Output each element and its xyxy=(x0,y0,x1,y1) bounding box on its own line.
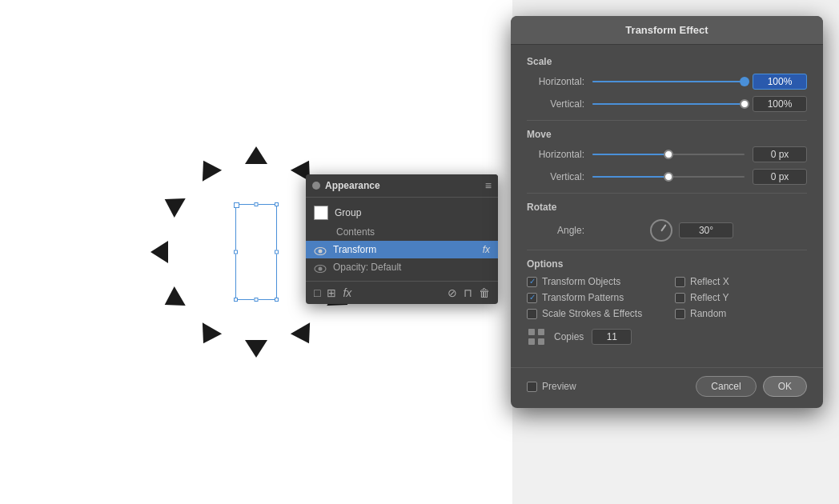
group-row: Group xyxy=(306,202,498,223)
panel-close-button[interactable] xyxy=(312,182,320,190)
handle-ml[interactable] xyxy=(234,250,238,254)
transform-patterns-row: Transform Patterns xyxy=(527,292,659,303)
transform-objects-checkbox[interactable] xyxy=(527,277,537,287)
svg-rect-18 xyxy=(528,338,535,345)
contents-row: Contents xyxy=(306,223,498,241)
panel-title: Appearance xyxy=(325,180,380,191)
svg-marker-3 xyxy=(245,340,267,358)
scale-strokes-checkbox[interactable] xyxy=(527,309,537,319)
preview-label: Preview xyxy=(542,381,576,392)
move-horizontal-row: Horizontal: xyxy=(527,146,807,162)
fx-button[interactable]: fx xyxy=(343,286,351,299)
transform-patterns-checkbox[interactable] xyxy=(527,293,537,303)
move-horizontal-input[interactable] xyxy=(753,146,807,162)
transform-objects-row: Transform Objects xyxy=(527,276,659,287)
panel-header: Appearance ≡ xyxy=(306,174,498,198)
random-row: Random xyxy=(675,308,807,319)
copies-grid-icon xyxy=(527,327,546,346)
random-label: Random xyxy=(690,308,726,319)
svg-marker-8 xyxy=(194,155,222,182)
trash-icon[interactable]: 🗑 xyxy=(479,286,490,299)
reflect-x-row: Reflect X xyxy=(675,276,807,287)
move-horizontal-slider[interactable] xyxy=(592,149,745,160)
group-label: Group xyxy=(335,207,361,218)
svg-marker-9 xyxy=(245,146,267,164)
transform-objects-label: Transform Objects xyxy=(542,276,620,287)
move-vertical-row: Vertical: xyxy=(527,169,807,185)
eye-icon[interactable] xyxy=(314,246,327,254)
preview-check: Preview xyxy=(527,381,689,392)
svg-rect-17 xyxy=(538,329,544,335)
panel-menu-icon[interactable]: ≡ xyxy=(485,179,492,192)
reflect-x-checkbox[interactable] xyxy=(675,277,685,287)
move-vertical-label: Vertical: xyxy=(527,171,584,182)
group-thumbnail xyxy=(314,206,328,220)
handle-mr[interactable] xyxy=(275,250,279,254)
transform-label: Transform xyxy=(333,244,376,255)
scale-section-label: Scale xyxy=(527,56,807,67)
add-style-icon[interactable]: □ xyxy=(314,286,320,299)
reflect-x-label: Reflect X xyxy=(690,276,729,287)
handle-br[interactable] xyxy=(275,298,279,302)
svg-marker-2 xyxy=(291,322,319,349)
scale-horizontal-label: Horizontal: xyxy=(527,76,584,87)
delete-icon[interactable]: ⊘ xyxy=(448,286,457,299)
svg-marker-4 xyxy=(194,322,222,349)
handle-tm[interactable] xyxy=(255,202,259,206)
opacity-eye-icon[interactable] xyxy=(314,263,327,271)
copies-label: Copies xyxy=(554,331,584,342)
options-grid: Transform Objects Reflect X Transform Pa… xyxy=(527,276,807,319)
move-section-label: Move xyxy=(527,129,807,140)
copies-row: Copies xyxy=(527,327,807,346)
opacity-row: Opacity: Default xyxy=(306,258,498,276)
cancel-button[interactable]: Cancel xyxy=(696,376,756,397)
reflect-y-label: Reflect Y xyxy=(690,292,729,303)
scale-horizontal-input[interactable] xyxy=(753,74,807,90)
reflect-y-row: Reflect Y xyxy=(675,292,807,303)
duplicate-icon[interactable]: ⊞ xyxy=(327,286,336,299)
dialog-body: Scale Horizontal: Vertical: xyxy=(511,45,823,367)
contents-label: Contents xyxy=(314,226,375,238)
options-section-label: Options xyxy=(527,258,807,270)
dialog-footer: Preview Cancel OK xyxy=(511,367,823,408)
move-vertical-slider[interactable] xyxy=(592,171,745,182)
scale-vertical-row: Vertical: xyxy=(527,96,807,112)
rotate-row: Angle: xyxy=(527,219,807,242)
opacity-label: Opacity: Default xyxy=(333,262,401,273)
svg-rect-19 xyxy=(538,338,544,345)
transform-patterns-label: Transform Patterns xyxy=(542,292,624,303)
angle-input[interactable] xyxy=(679,222,733,238)
dialog-title: Transform Effect xyxy=(625,24,708,36)
move-horizontal-label: Horizontal: xyxy=(527,149,584,160)
scale-vertical-input[interactable] xyxy=(753,96,807,112)
handle-tr[interactable] xyxy=(275,202,279,206)
appearance-panel: Appearance ≡ Group Contents Transform fx xyxy=(306,174,498,304)
svg-marker-7 xyxy=(159,190,186,218)
handle-bm[interactable] xyxy=(255,298,259,302)
angle-dial[interactable] xyxy=(650,219,672,242)
svg-marker-5 xyxy=(159,286,186,314)
panel-header-left: Appearance xyxy=(312,180,380,191)
preview-checkbox[interactable] xyxy=(527,382,537,392)
move-vertical-input[interactable] xyxy=(753,169,807,185)
scale-vertical-slider[interactable] xyxy=(592,98,745,110)
scale-vertical-label: Vertical: xyxy=(527,98,584,110)
random-checkbox[interactable] xyxy=(675,309,685,319)
reflect-y-checkbox[interactable] xyxy=(675,293,685,303)
svg-marker-6 xyxy=(151,241,168,263)
scale-horizontal-row: Horizontal: xyxy=(527,74,807,90)
copies-input[interactable] xyxy=(592,329,632,345)
svg-point-13 xyxy=(319,250,323,254)
move-up-icon[interactable]: ⊓ xyxy=(464,286,472,299)
scale-strokes-label: Scale Strokes & Effects xyxy=(542,308,642,319)
ok-button[interactable]: OK xyxy=(763,376,807,397)
svg-point-15 xyxy=(319,267,323,271)
handle-bl[interactable] xyxy=(234,298,238,302)
panel-body: Group Contents Transform fx xyxy=(306,198,498,281)
rotate-section-label: Rotate xyxy=(527,202,807,213)
fx-badge: fx xyxy=(483,244,490,255)
transform-row[interactable]: Transform fx xyxy=(306,241,498,258)
angle-label: Angle: xyxy=(527,225,584,236)
scale-horizontal-slider[interactable] xyxy=(592,76,745,87)
selection-box xyxy=(235,204,277,300)
